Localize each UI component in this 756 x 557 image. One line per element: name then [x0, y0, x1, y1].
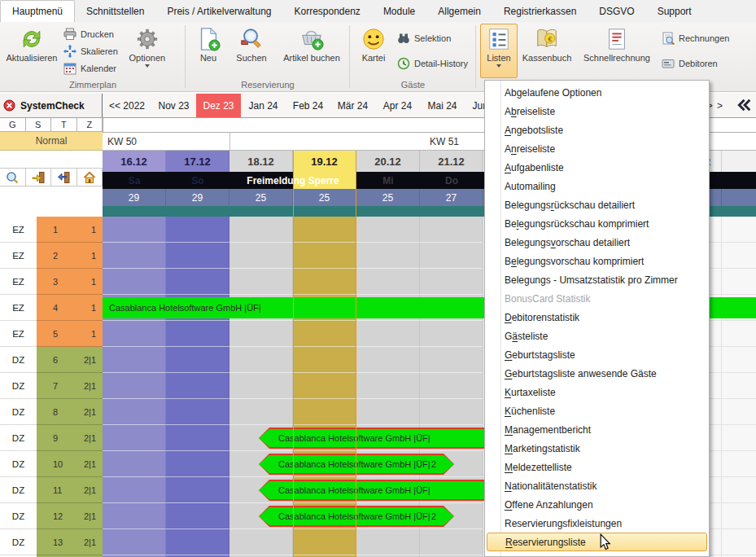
date-header-18.12[interactable]: 18.12 [229, 151, 293, 172]
day-cell[interactable] [229, 217, 293, 243]
menubar-tab-support[interactable]: Support [646, 0, 703, 22]
suchen-button[interactable]: Suchen [229, 24, 274, 78]
filter-column-t[interactable]: T [51, 118, 77, 132]
date-header-20.12[interactable]: 20.12 [356, 151, 420, 172]
skalieren-button[interactable]: Skalieren [63, 43, 118, 59]
menu-item-belegungsvorschau-detailiert[interactable]: Belegungsvorschau detailiert [485, 233, 709, 252]
day-cell[interactable] [166, 503, 229, 529]
menubar-tab-registrierkassen[interactable]: Registrierkassen [492, 0, 588, 22]
day-cell[interactable] [103, 477, 166, 503]
menu-item-belegungsr-ckschau-komprimiert[interactable]: Belegungsrückschau komprimiert [485, 214, 709, 233]
day-cell[interactable] [103, 347, 166, 373]
month-tab-m-r-24[interactable]: Mär 24 [330, 94, 375, 117]
category-row-normal[interactable]: Normal [0, 132, 103, 151]
month-tab--2022[interactable]: << 2022 [103, 94, 151, 117]
month-tab-dez-23[interactable]: Dez 23 [196, 94, 241, 117]
day-cell[interactable] [293, 217, 356, 243]
menu-item-aufgabenliste[interactable]: Aufgabenliste [485, 158, 709, 177]
menu-item-nationalit-tenstatistik[interactable]: Nationalitätenstatistik [485, 476, 709, 495]
menu-item-g-steliste[interactable]: Gästeliste [485, 327, 709, 345]
room-number-cell[interactable]: 102|1 [37, 451, 103, 477]
day-cell[interactable] [420, 217, 483, 243]
day-cell[interactable] [420, 321, 483, 347]
neu-button[interactable]: Neu [190, 24, 227, 78]
room-number-cell[interactable]: 72|1 [37, 373, 103, 399]
menu-item-saldenliste[interactable]: Saldenliste [485, 551, 709, 557]
day-cell[interactable] [166, 373, 229, 399]
zoom-button[interactable] [0, 169, 26, 186]
day-cell[interactable] [356, 217, 420, 243]
menu-item-geburtstagsliste[interactable]: Geburtstagsliste [485, 345, 709, 364]
day-cell[interactable] [166, 321, 229, 347]
day-cell[interactable] [229, 347, 293, 373]
date-header-21.12[interactable]: 21.12 [420, 151, 483, 172]
day-cell[interactable] [420, 347, 483, 373]
optionen-button[interactable]: Optionen [122, 24, 173, 78]
month-tab-mai-24[interactable]: Mai 24 [420, 94, 465, 117]
menubar-tab-hauptmen-[interactable]: Hauptmenü [0, 0, 75, 22]
day-cell[interactable] [293, 373, 356, 399]
day-cell[interactable] [420, 529, 483, 555]
month-tab-apr-24[interactable]: Apr 24 [375, 94, 420, 117]
date-header-17.12[interactable]: 17.12 [166, 151, 229, 172]
day-cell[interactable] [166, 451, 229, 477]
menu-item-belegungsr-ckschau-detailiert[interactable]: Belegungsrückschau detailiert [485, 195, 709, 214]
menu-item-reservierungsfixleistungen[interactable]: Reservierungsfixleistungen [485, 514, 709, 533]
day-cell[interactable] [103, 269, 166, 295]
menu-item-kurtaxeliste[interactable]: Kurtaxeliste [485, 383, 709, 401]
room-number-cell[interactable]: 21 [37, 243, 103, 269]
day-cell[interactable] [103, 217, 166, 243]
door-departure-button[interactable] [51, 169, 77, 186]
day-cell[interactable] [420, 269, 483, 295]
room-number-cell[interactable]: 51 [37, 321, 103, 347]
day-cell[interactable] [420, 243, 483, 269]
menu-item-angebotsliste[interactable]: Angebotsliste [485, 121, 709, 139]
menu-item-belegungs-umsatzstatistik-pro-zimmer[interactable]: Belegungs - Umsatzstatistik pro Zimmer [485, 270, 709, 289]
date-header-16.12[interactable]: 16.12 [103, 151, 166, 172]
day-cell[interactable] [166, 243, 229, 269]
day-cell[interactable] [103, 503, 166, 529]
room-number-cell[interactable]: 92|1 [37, 425, 103, 451]
menubar-tab-dsgvo[interactable]: DSGVO [588, 0, 645, 22]
chevrons-left-icon[interactable] [736, 98, 751, 116]
room-number-cell[interactable]: 122|1 [37, 503, 103, 529]
filter-column-s[interactable]: S [26, 118, 52, 132]
day-cell[interactable] [166, 269, 229, 295]
day-cell[interactable] [229, 243, 293, 269]
day-cell[interactable] [229, 399, 293, 425]
day-cell[interactable] [229, 373, 293, 399]
day-cell[interactable] [293, 243, 356, 269]
day-cell[interactable] [293, 321, 356, 347]
reservation-bar[interactable]: Casablanca Hotelsoftware GmbH |ÜF|2 [259, 506, 454, 527]
day-cell[interactable] [356, 373, 420, 399]
menu-item-abreiseliste[interactable]: Abreiseliste [485, 102, 709, 121]
day-cell[interactable] [103, 425, 166, 451]
day-cell[interactable] [293, 529, 356, 555]
day-cell[interactable] [103, 373, 166, 399]
day-cell[interactable] [229, 529, 293, 555]
month-tab-feb-24[interactable]: Feb 24 [286, 94, 330, 117]
kassenbuch-button[interactable]: €Kassenbuch [519, 24, 575, 78]
date-header-19.12[interactable]: 19.12 [293, 151, 356, 172]
day-cell[interactable] [293, 269, 356, 295]
menu-item-anreiseliste[interactable]: Anreiseliste [485, 139, 709, 158]
day-cell[interactable] [356, 243, 420, 269]
day-cell[interactable] [420, 399, 483, 425]
menu-item-geburtstagsliste-anwesende-g-ste[interactable]: Geburtstagsliste anwesende Gäste [485, 364, 709, 383]
drucken-button[interactable]: Drucken [63, 26, 118, 42]
day-cell[interactable] [103, 529, 166, 555]
day-cell[interactable] [166, 399, 229, 425]
day-cell[interactable] [166, 477, 229, 503]
room-number-cell[interactable]: 31 [37, 269, 103, 295]
menubar-tab-korrespondenz[interactable]: Korrespondenz [282, 0, 371, 22]
month-tab-jan-24[interactable]: Jan 24 [241, 94, 286, 117]
room-number-cell[interactable]: 112|1 [37, 477, 103, 503]
aktualisieren-button[interactable]: Aktualisieren [4, 24, 59, 78]
listen-button[interactable]: Listen [480, 24, 518, 78]
day-cell[interactable] [293, 347, 356, 373]
day-cell[interactable] [103, 243, 166, 269]
menu-item-k-chenliste[interactable]: Küchenliste [485, 401, 709, 420]
day-cell[interactable] [293, 399, 356, 425]
artikel-buchen-button[interactable]: Artikel buchen [276, 24, 347, 78]
menu-item-managementbericht[interactable]: Managementbericht [485, 420, 709, 439]
